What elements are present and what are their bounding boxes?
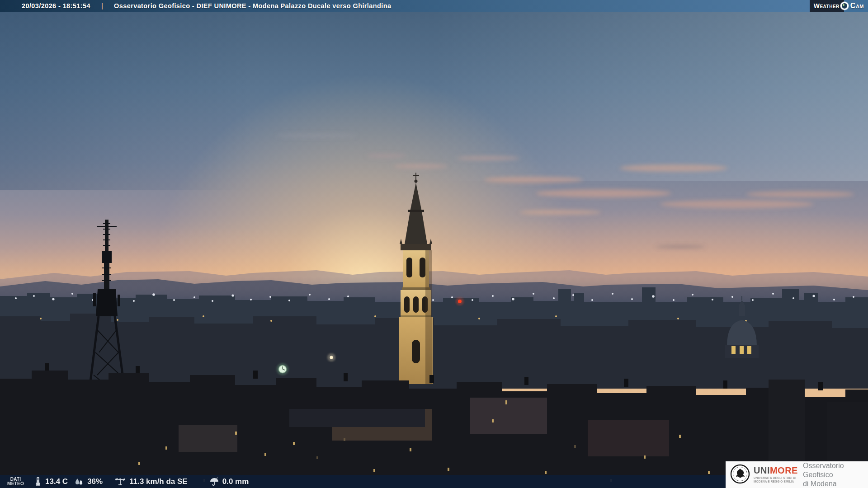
unimore-seal [730, 464, 750, 486]
page-title: Osservatorio Geofisico - DIEF UNIMORE - … [114, 2, 391, 9]
university-name-line1: UNIVERSITÀ DEGLI STUDI DI [754, 476, 798, 480]
temperature-readout: 13.4 C [34, 477, 68, 486]
dusk-cityscape [0, 0, 868, 488]
webcam-page: 20/03/2026 - 18:51:54 | Osservatorio Geo… [0, 0, 868, 488]
unimore-more-text: MORE [770, 465, 798, 475]
humidity-readout: 36% [74, 477, 103, 486]
umbrella-icon [209, 477, 219, 486]
weathercam-logo: Weather Cam [810, 0, 868, 12]
camera-lens-icon [840, 2, 849, 10]
thermometer-icon [34, 477, 42, 486]
top-title-bar: 20/03/2026 - 18:51:54 | Osservatorio Geo… [0, 0, 868, 12]
wind-value: 11.3 km/h da SE [129, 477, 188, 486]
observatory-name: Osservatorio Geofisico di Modena [803, 461, 868, 488]
unimore-branding-box: UNIMORE UNIVERSITÀ DEGLI STUDI DI MODENA… [726, 461, 868, 488]
humidity-value: 36% [87, 477, 103, 486]
clock-face [277, 363, 288, 375]
weather-data-label: DATI METEO [7, 477, 24, 486]
unimore-wordmark: UNIMORE UNIVERSITÀ DEGLI STUDI DI MODENA… [754, 466, 798, 483]
title-separator: | [101, 2, 103, 9]
weathercam-weather-label: Weather [810, 0, 845, 12]
unimore-uni-text: UNI [754, 465, 770, 475]
datetime-text: 20/03/2026 - 18:51:54 [22, 2, 90, 9]
anemometer-icon [114, 477, 126, 486]
red-beacon-light [456, 297, 464, 305]
wind-readout: 11.3 km/h da SE [114, 477, 188, 486]
water-drops-icon [74, 477, 84, 486]
webcam-photo [0, 0, 868, 488]
precipitation-value: 0.0 mm [222, 477, 249, 486]
university-name-line2: MODENA E REGGIO EMILIA [754, 480, 798, 483]
temperature-value: 13.4 C [45, 477, 68, 486]
precipitation-readout: 0.0 mm [209, 477, 249, 486]
street-lamp-light [327, 353, 335, 361]
